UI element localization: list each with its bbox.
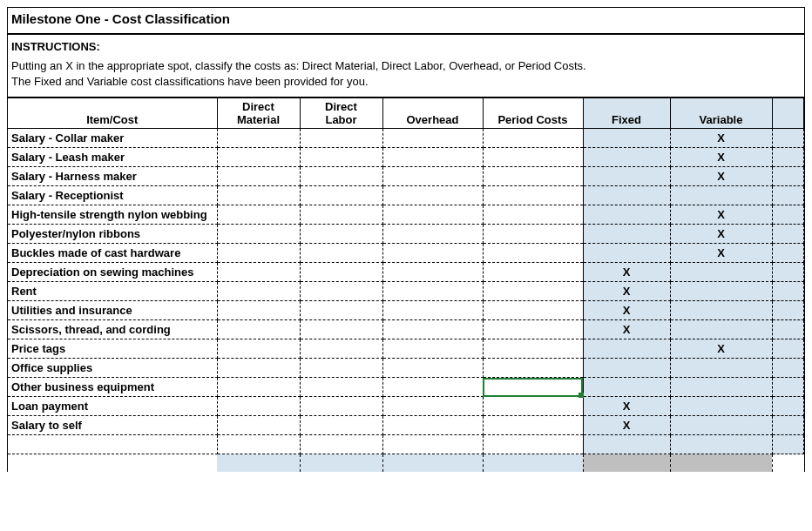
cell-period-costs[interactable] — [483, 205, 583, 225]
cell-direct-material[interactable] — [217, 244, 300, 263]
cell-tail — [772, 378, 804, 397]
cell-overhead[interactable] — [382, 263, 483, 282]
cell-tail — [772, 263, 804, 282]
cell-direct-material[interactable] — [217, 416, 300, 435]
cell-direct-material[interactable] — [217, 359, 300, 378]
cell-fixed: X — [583, 301, 670, 320]
table-row: Salary - Collar makerX — [8, 129, 804, 148]
cell-direct-labor[interactable] — [300, 416, 382, 435]
cell-overhead[interactable] — [382, 186, 483, 205]
cell-direct-labor[interactable] — [300, 339, 382, 359]
cell-direct-material[interactable] — [217, 339, 300, 359]
cell-period-costs[interactable] — [483, 225, 583, 244]
cell-item: High-tensile strength nylon webbing — [8, 205, 217, 225]
cell-period-costs[interactable] — [483, 320, 583, 339]
cell-period-costs[interactable] — [483, 186, 583, 205]
cell-direct-labor[interactable] — [300, 263, 382, 282]
cell-variable — [670, 435, 772, 454]
cell-variable — [670, 186, 772, 205]
cell-overhead[interactable] — [382, 244, 483, 263]
cell-period-costs[interactable] — [483, 397, 583, 416]
cell-direct-labor[interactable] — [300, 167, 382, 186]
page-title: Milestone One - Cost Classification — [8, 8, 804, 33]
cell-direct-material[interactable] — [217, 186, 300, 205]
cell-variable — [670, 416, 772, 435]
cell-overhead[interactable] — [382, 282, 483, 301]
cell-fixed — [583, 129, 670, 148]
cell-direct-labor[interactable] — [300, 378, 382, 397]
cell-overhead[interactable] — [382, 129, 483, 148]
cell-overhead[interactable] — [382, 148, 483, 167]
cell-direct-labor[interactable] — [300, 129, 382, 148]
cell-period-costs[interactable] — [483, 167, 583, 186]
cell-variable: X — [670, 225, 772, 244]
cell-direct-labor[interactable] — [300, 186, 382, 205]
cell-direct-material[interactable] — [217, 435, 300, 454]
cell-period-costs[interactable] — [483, 339, 583, 359]
cell-item: Salary - Harness maker — [8, 167, 217, 186]
cell-overhead[interactable] — [382, 435, 483, 454]
cell-overhead[interactable] — [382, 339, 483, 359]
cell-direct-labor[interactable] — [300, 205, 382, 225]
cell-overhead[interactable] — [382, 225, 483, 244]
cell-direct-material[interactable] — [217, 301, 300, 320]
cell-direct-material[interactable] — [217, 282, 300, 301]
cell-period-costs[interactable] — [483, 359, 583, 378]
footer-row — [8, 454, 804, 472]
table-row: Depreciation on sewing machinesX — [8, 263, 804, 282]
table-row: Buckles made of cast hardwareX — [8, 244, 804, 263]
cell-direct-material[interactable] — [217, 225, 300, 244]
cell-direct-labor[interactable] — [300, 244, 382, 263]
col-period-costs: Period Costs — [483, 98, 583, 129]
cell-tail — [772, 225, 804, 244]
cell-overhead[interactable] — [382, 301, 483, 320]
cell-direct-labor[interactable] — [300, 435, 382, 454]
cell-direct-material[interactable] — [217, 320, 300, 339]
cell-direct-material[interactable] — [217, 129, 300, 148]
cell-overhead[interactable] — [382, 359, 483, 378]
cell-period-costs[interactable] — [483, 244, 583, 263]
cell-variable — [670, 320, 772, 339]
cell-direct-labor[interactable] — [300, 225, 382, 244]
cell-direct-labor[interactable] — [300, 320, 382, 339]
cell-direct-labor[interactable] — [300, 282, 382, 301]
cell-direct-material[interactable] — [217, 378, 300, 397]
table-row: Polyester/nylon ribbonsX — [8, 225, 804, 244]
cell-item: Rent — [8, 282, 217, 301]
cell-direct-labor[interactable] — [300, 148, 382, 167]
cell-overhead[interactable] — [382, 167, 483, 186]
col-direct-labor: Direct Labor — [300, 98, 382, 129]
cell-variable — [670, 282, 772, 301]
cell-overhead[interactable] — [382, 205, 483, 225]
cell-fixed — [583, 225, 670, 244]
cell-overhead[interactable] — [382, 320, 483, 339]
cell-period-costs[interactable] — [483, 129, 583, 148]
cell-period-costs[interactable] — [483, 282, 583, 301]
cell-period-costs[interactable] — [483, 263, 583, 282]
cell-tail — [772, 244, 804, 263]
table-row: Loan paymentX — [8, 397, 804, 416]
cell-overhead[interactable] — [382, 397, 483, 416]
cell-period-costs[interactable] — [483, 416, 583, 435]
cell-direct-material[interactable] — [217, 167, 300, 186]
cell-period-costs[interactable] — [483, 301, 583, 320]
cell-direct-labor[interactable] — [300, 301, 382, 320]
instructions-line-2: The Fixed and Variable cost classificati… — [11, 75, 369, 88]
cell-tail — [772, 320, 804, 339]
table-header-row: Item/Cost Direct Material Direct Labor O… — [8, 98, 804, 129]
cell-period-costs[interactable] — [483, 378, 583, 397]
cell-direct-material[interactable] — [217, 205, 300, 225]
cell-direct-material[interactable] — [217, 148, 300, 167]
cell-variable: X — [670, 339, 772, 359]
cell-item — [8, 435, 217, 454]
cell-direct-labor[interactable] — [300, 359, 382, 378]
cell-period-costs[interactable] — [483, 435, 583, 454]
cell-overhead[interactable] — [382, 378, 483, 397]
cell-direct-material[interactable] — [217, 263, 300, 282]
cell-direct-labor[interactable] — [300, 397, 382, 416]
cell-overhead[interactable] — [382, 416, 483, 435]
cell-item: Depreciation on sewing machines — [8, 263, 217, 282]
cell-period-costs[interactable] — [483, 148, 583, 167]
cell-variable: X — [670, 205, 772, 225]
cell-direct-material[interactable] — [217, 397, 300, 416]
